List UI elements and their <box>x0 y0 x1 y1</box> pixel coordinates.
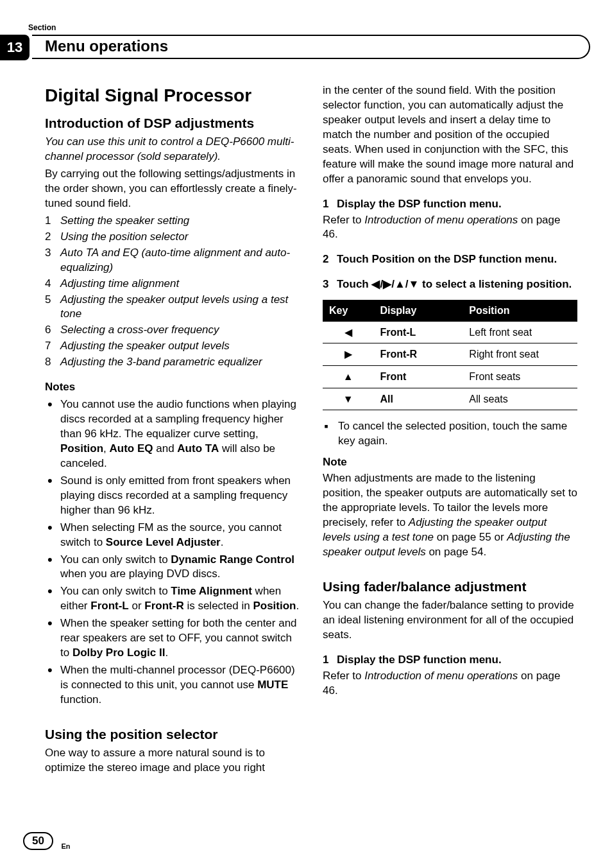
step-number: 1 <box>323 197 337 212</box>
table-row: ◀ Front-L Left front seat <box>323 322 577 343</box>
step-heading: 2Touch Position on the DSP function menu… <box>323 252 577 267</box>
page-number-badge: 50 En <box>23 832 70 850</box>
step-number: 3 <box>323 277 337 292</box>
note-item: When selecting FM as the source, you can… <box>45 521 300 550</box>
list-text: Selecting a cross-over frequency <box>60 323 219 338</box>
note-text: and <box>153 442 178 455</box>
note-text: You can only switch to <box>60 553 171 566</box>
note-text: is selected in <box>184 600 253 612</box>
notes-list: You cannot use the audio functions when … <box>45 397 300 707</box>
step-title: to select a listening position. <box>419 278 572 290</box>
left-column: Digital Signal Processor Introduction of… <box>45 83 300 817</box>
arrow-symbols: ◀/▶/▲/▼ <box>371 278 419 290</box>
note-item: You can only switch to Time Alignment wh… <box>45 584 300 614</box>
note-bold: Auto EQ <box>110 442 153 455</box>
cell-display: Front-R <box>373 343 463 366</box>
list-item: Setting the speaker setting <box>45 214 300 229</box>
cell-key: ◀ <box>323 322 373 343</box>
cell-key: ▶ <box>323 343 373 366</box>
cell-key: ▼ <box>323 388 373 410</box>
position-continued: in the center of the sound field. With t… <box>323 83 577 187</box>
step-number: 2 <box>323 252 337 267</box>
note-text: on page 55 or <box>434 531 507 543</box>
note-item: You can only switch to Dynamic Range Con… <box>45 553 300 582</box>
section-label: Section <box>28 23 56 32</box>
note-text: You can only switch to <box>60 585 171 597</box>
cell-position: Front seats <box>463 366 577 388</box>
body-italic: Introduction of menu operations <box>364 670 518 682</box>
note-text: when you are playing DVD discs. <box>60 568 220 580</box>
note-text: You cannot use the audio functions when … <box>60 398 296 440</box>
note-bold: Position <box>253 600 296 612</box>
note-item: Sound is only emitted from front speaker… <box>45 474 300 518</box>
note-bold: Source Level Adjuster <box>106 536 221 548</box>
list-item: Auto TA and EQ (auto-time alignment and … <box>45 246 300 275</box>
note-text: or <box>129 600 145 612</box>
step-title: Display the DSP function menu. <box>337 198 502 210</box>
chapter-number: 13 <box>0 35 30 60</box>
step-heading: 1Display the DSP function menu. <box>323 653 577 668</box>
note-item: You cannot use the audio functions when … <box>45 397 300 471</box>
note-text: Sound is only emitted from front speaker… <box>60 474 291 516</box>
list-text: Setting the speaker setting <box>60 214 189 229</box>
body-text: Refer to <box>323 214 364 226</box>
position-selector-heading: Using the position selector <box>45 725 300 743</box>
note-text: . <box>296 600 299 612</box>
cancel-bullet: To cancel the selected position, touch t… <box>323 419 577 449</box>
step-title: Touch <box>337 278 371 290</box>
list-item: Selecting a cross-over frequency <box>45 323 300 338</box>
note-text: , <box>103 442 109 455</box>
cell-position: Right front seat <box>463 343 577 366</box>
cell-position: Left front seat <box>463 322 577 343</box>
step-heading: 1Display the DSP function menu. <box>323 197 577 212</box>
note-text: on page 54. <box>426 546 487 558</box>
table-row: ▲ Front Front seats <box>323 366 577 388</box>
note-para: When adjustments are made to the listeni… <box>323 471 577 560</box>
list-text: Auto TA and EQ (auto-time alignment and … <box>60 246 300 275</box>
note-bold: Front-L <box>90 600 128 612</box>
list-text: Adjusting the speaker output levels <box>60 339 230 354</box>
step-title: Touch Position on the DSP function menu. <box>337 253 557 265</box>
step-body: Refer to Introduction of menu operations… <box>323 213 577 243</box>
adjustment-list: Setting the speaker setting Using the po… <box>45 214 300 370</box>
chapter-title: Menu operations <box>45 37 168 55</box>
intro-plain: By carrying out the following settings/a… <box>45 167 300 211</box>
col-position: Position <box>463 300 577 322</box>
list-text: Adjusting the 3-band parametric equalize… <box>60 355 262 370</box>
main-heading: Digital Signal Processor <box>45 83 300 108</box>
body-text: Refer to <box>323 670 364 682</box>
fader-intro: You can change the fader/balance setting… <box>323 598 577 643</box>
chapter-bar: 13 Menu operations <box>0 35 590 60</box>
note-bold: Dynamic Range Control <box>171 553 294 566</box>
list-item: Adjusting the speaker output levels <box>45 339 300 354</box>
right-column: in the center of the sound field. With t… <box>323 83 577 817</box>
notes-heading: Notes <box>45 380 300 395</box>
list-item: Using the position selector <box>45 230 300 245</box>
col-display: Display <box>373 300 463 322</box>
intro-italic: You can use this unit to control a DEQ-P… <box>45 135 300 164</box>
note-text: . <box>221 536 224 548</box>
list-text: Using the position selector <box>60 230 188 245</box>
step-number: 1 <box>323 653 337 668</box>
list-item: Adjusting the speaker output levels usin… <box>45 293 300 322</box>
intro-sub-heading: Introduction of DSP adjustments <box>45 114 300 132</box>
step-body: Refer to Introduction of menu operations… <box>323 669 577 699</box>
table-row: ▼ All All seats <box>323 388 577 410</box>
step-heading: 3Touch ◀/▶/▲/▼ to select a listening pos… <box>323 277 577 292</box>
position-table: Key Display Position ◀ Front-L Left fron… <box>323 300 577 410</box>
note-item: When the speaker setting for both the ce… <box>45 616 300 661</box>
content-columns: Digital Signal Processor Introduction of… <box>45 83 577 817</box>
note-bold: Front-R <box>144 600 183 612</box>
cell-key: ▲ <box>323 366 373 388</box>
note-bold: MUTE <box>257 679 288 691</box>
fader-heading: Using fader/balance adjustment <box>323 578 577 596</box>
language-label: En <box>61 842 70 850</box>
list-item: Adjusting the 3-band parametric equalize… <box>45 355 300 370</box>
note-text: function. <box>60 693 101 706</box>
page-number: 50 <box>23 832 53 850</box>
note-heading: Note <box>323 455 577 470</box>
body-italic: Introduction of menu operations <box>364 214 518 226</box>
cell-display: Front <box>373 366 463 388</box>
cell-position: All seats <box>463 388 577 410</box>
position-intro: One way to assure a more natural sound i… <box>45 746 300 776</box>
